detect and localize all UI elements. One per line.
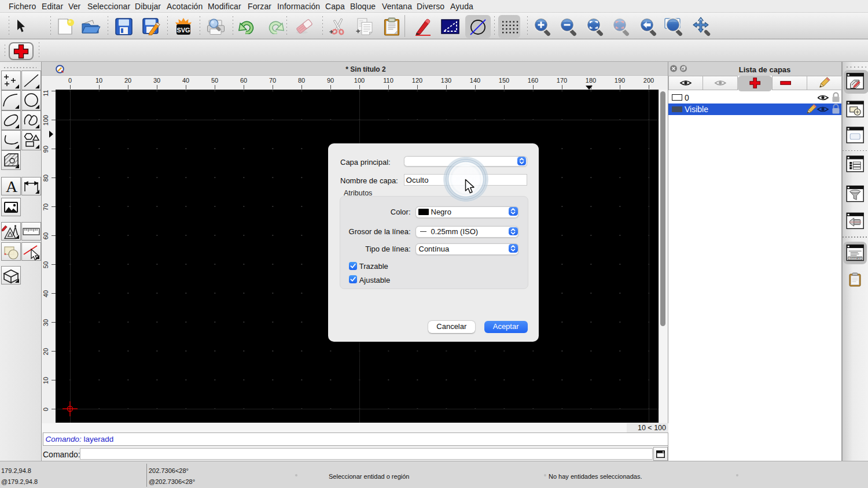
svg-text:command: command (849, 257, 861, 260)
svg-text:SVG: SVG (176, 27, 190, 34)
